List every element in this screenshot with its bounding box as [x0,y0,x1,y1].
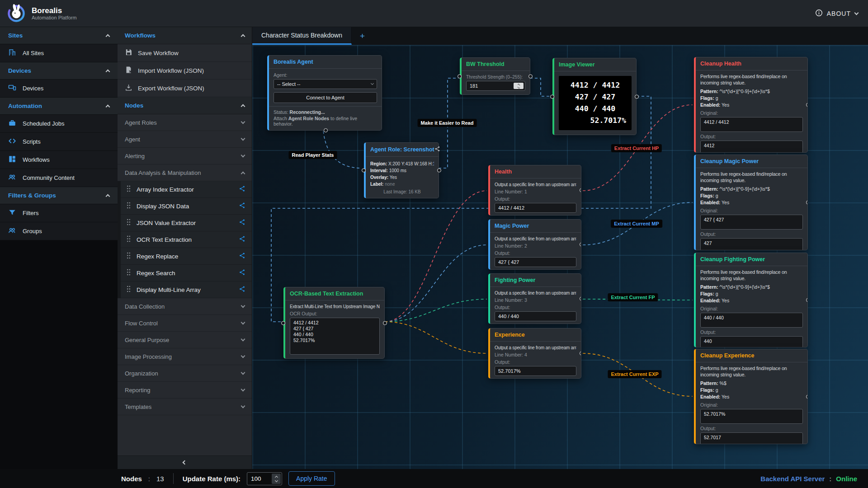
output-textarea[interactable]: 427 [700,238,803,250]
sidebar-item-scheduled-jobs[interactable]: Scheduled Jobs [0,115,118,133]
node-category-flow-control[interactable]: Flow Control [118,315,252,332]
output-handle[interactable] [635,94,639,99]
sidebar-item-community-content[interactable]: Community Content [0,169,118,187]
node-category-templates[interactable]: Templates [118,399,252,415]
share-icon[interactable] [239,219,245,227]
output-handle[interactable] [528,74,533,78]
node-image-viewer[interactable]: Image Viewer 4412 / 4412 427 / 427 440 /… [552,58,637,135]
share-icon[interactable] [239,286,245,294]
input-handle[interactable] [550,94,554,99]
fighting-output-input[interactable] [495,311,576,321]
sidebar-item-filters[interactable]: Filters [0,204,118,222]
workflows-header[interactable]: Workflows [118,27,252,44]
sidebar-item-scripts[interactable]: Scripts [0,133,118,151]
node-cleanup-magic-power[interactable]: Cleanup Magic Power Performs live regex-… [694,155,808,250]
node-category-data-collection[interactable]: Data Collection [118,298,252,315]
drag-handle-icon[interactable] [126,202,131,211]
output-textarea[interactable]: 440 [700,336,803,347]
output-textarea[interactable]: 52.7017 [700,432,803,444]
sidebar-item-groups[interactable]: Groups [0,222,118,240]
node-experience[interactable]: Experience Output a specific line from a… [488,328,581,379]
ocr-output-textarea[interactable]: 4412 / 4412 427 { 427 440 / 440 52.7017% [290,318,380,355]
connect-to-agent-button[interactable]: Connect to Agent [274,92,377,103]
node-category-agent-roles[interactable]: Agent Roles [118,114,252,131]
input-handle[interactable] [458,74,462,78]
sidebar-item-devices[interactable]: Devices [0,80,118,98]
drag-handle-icon[interactable] [126,185,131,194]
import-workflow-button[interactable]: Import Workflow (JSON) [118,62,252,80]
node-borealis-agent[interactable]: Borealis Agent Agent: -- Select -- Conne… [267,55,382,131]
output-handle[interactable] [806,103,808,107]
node-category-image-processing[interactable]: Image Processing [118,348,252,365]
node-category-data-analysis[interactable]: Data Analysis & Manipulation [118,164,252,181]
share-icon[interactable] [434,146,440,153]
sidebar-section-filters-groups[interactable]: Filters & Groups [0,187,118,204]
output-handle[interactable] [806,201,808,205]
share-icon[interactable] [239,269,245,277]
node-category-general-purpose[interactable]: General Purpose [118,332,252,348]
node-cleanup-fighting-power[interactable]: Cleanup Fighting Power Performs live reg… [694,253,808,347]
share-icon[interactable] [239,202,245,210]
node-template-ocr-text-extraction[interactable]: OCR Text Extraction [121,231,252,248]
node-category-organization[interactable]: Organization [118,365,252,382]
node-bw-threshold[interactable]: BW Threshold Threshold Strength (0–255): [460,57,530,95]
drag-handle-icon[interactable] [126,218,131,227]
node-cleanup-experience[interactable]: Cleanup Experience Performs live regex-b… [694,349,808,444]
sidebar-item-all-sites[interactable]: All Sites [0,44,118,62]
drag-handle-icon[interactable] [126,252,131,261]
collapse-panel-button[interactable] [118,455,252,469]
original-textarea[interactable]: 440 / 440 [700,313,803,328]
nodes-header[interactable]: Nodes [118,97,252,114]
node-fighting-power[interactable]: Fighting Power Output a specific line fr… [488,273,581,324]
original-textarea[interactable]: 427 { 427 [700,215,803,230]
original-textarea[interactable]: 52.7017% [700,409,803,424]
save-workflow-button[interactable]: Save Workflow [118,44,252,62]
share-icon[interactable] [239,252,245,260]
sidebar-section-devices[interactable]: Devices [0,62,118,80]
output-handle[interactable] [580,297,581,301]
node-ocr-text-extraction[interactable]: OCR-Based Text Extraction Extract Multi-… [283,287,385,359]
node-category-reporting[interactable]: Reporting [118,382,252,399]
share-icon[interactable] [239,235,245,244]
experience-output-input[interactable] [495,366,576,376]
node-cleanup-health[interactable]: Cleanup Health Performs live regex-based… [694,57,808,153]
node-agent-role-screenshot[interactable]: Agent Role: Screenshot Region: X:200 Y:4… [364,142,439,198]
magic-output-input[interactable] [495,257,576,267]
node-category-agent[interactable]: Agent [118,131,252,148]
input-handle[interactable] [362,169,366,173]
node-template-array-index-extractor[interactable]: Array Index Extractor [121,181,252,198]
apply-rate-button[interactable]: Apply Rate [288,471,335,486]
output-handle[interactable] [580,243,581,247]
output-handle[interactable] [324,128,328,132]
node-template-regex-search[interactable]: Regex Search [121,265,252,282]
node-template-display-json-data[interactable]: Display JSON Data [121,198,252,215]
node-category-alerting[interactable]: Alerting [118,148,252,164]
about-menu[interactable]: ABOUT [815,9,858,18]
output-textarea[interactable]: 4412 [700,141,803,153]
sidebar-section-automation[interactable]: Automation [0,98,118,115]
node-health[interactable]: Health Output a specific line from an up… [488,165,581,216]
new-tab-button[interactable]: + [352,27,373,45]
drag-handle-icon[interactable] [126,235,131,244]
node-template-display-multi-line-array[interactable]: Display Multi-Line Array [121,282,252,298]
output-handle[interactable] [806,394,808,399]
node-magic-power[interactable]: Magic Power Output a specific line from … [488,219,581,270]
node-template-regex-replace[interactable]: Regex Replace [121,248,252,265]
tab-character-status-breakdown[interactable]: Character Status Breakdown [252,27,352,45]
number-stepper[interactable] [514,83,524,89]
share-icon[interactable] [239,185,245,193]
health-output-input[interactable] [495,203,576,213]
workflow-canvas[interactable]: Borealis Agent Agent: -- Select -- Conne… [252,45,868,469]
output-handle[interactable] [437,169,441,173]
drag-handle-icon[interactable] [126,285,131,294]
drag-handle-icon[interactable] [126,268,131,277]
agent-select[interactable]: -- Select -- [274,79,377,89]
output-handle[interactable] [383,321,387,325]
input-handle[interactable] [281,321,285,325]
sidebar-section-sites[interactable]: Sites [0,27,118,44]
output-handle[interactable] [580,352,581,356]
sidebar-item-workflows[interactable]: Workflows [0,151,118,169]
output-handle[interactable] [806,298,808,302]
original-textarea[interactable]: 4412 / 4412 [700,117,803,132]
export-workflow-button[interactable]: Export Workflow (JSON) [118,80,252,97]
